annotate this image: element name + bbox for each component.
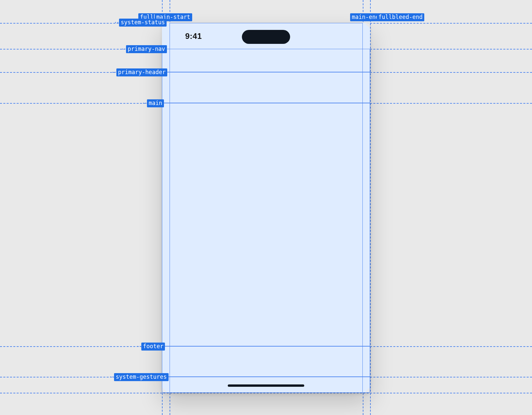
label-fullbleed-end: fullbleed-end	[377, 13, 424, 21]
guide-v-fullbleed-end	[370, 0, 371, 415]
ticks-main-l	[143, 103, 146, 104]
region-footer	[162, 346, 370, 377]
label-main-end: main-end	[350, 13, 381, 21]
label-primary-nav: primary-nav	[126, 45, 167, 53]
home-indicator	[228, 384, 304, 387]
status-bar: 9:41	[162, 23, 370, 49]
phone-frame: 9:41	[162, 23, 370, 393]
ticks-footer-l	[137, 346, 141, 347]
label-system-status: system-status	[119, 19, 167, 27]
phone-corner-bl	[162, 387, 168, 393]
region-primary-nav	[162, 49, 370, 72]
ticks-primary-nav-l	[122, 49, 125, 50]
label-primary-header: primary-header	[116, 68, 167, 76]
region-primary-header	[162, 72, 370, 103]
region-main	[162, 103, 370, 346]
region-main-inset	[170, 23, 363, 393]
stage: 9:41 fullbleed-start main-start main-end…	[0, 0, 532, 415]
ticks-primary-header-l	[112, 72, 116, 73]
ticks-system-status-l	[115, 22, 118, 23]
label-footer: footer	[141, 343, 165, 351]
label-system-gestures: system-gestures	[114, 373, 169, 381]
status-time: 9:41	[185, 32, 202, 41]
phone-corner-br	[364, 387, 370, 393]
label-main: main	[147, 99, 164, 107]
guide-h-system-gestures	[0, 393, 532, 393]
dynamic-island	[242, 30, 290, 44]
ticks-gestures-l	[110, 376, 113, 377]
